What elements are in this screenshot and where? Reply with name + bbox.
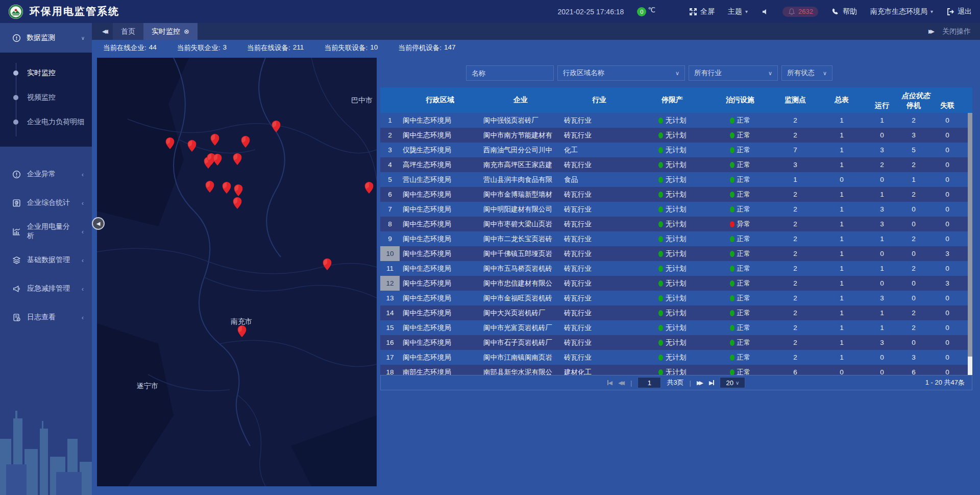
tabs-scroll-left-icon[interactable]: ◀◀ bbox=[92, 23, 113, 40]
stat-label: 当前在线设备: bbox=[247, 43, 290, 53]
limit-status-text: 无计划 bbox=[666, 131, 687, 140]
notification-badge[interactable]: 2632 bbox=[782, 7, 818, 17]
map-pin[interactable] bbox=[365, 182, 374, 194]
table-row[interactable]: 5 营山生态环境局 营山县润丰肉食品有限 食品 无计划 bbox=[380, 172, 972, 187]
table-row[interactable]: 7 阆中生态环境局 阆中明阳建材有限公司 砖瓦行业 无计划 bbox=[380, 202, 972, 217]
page-size-select[interactable]: 20 ∨ bbox=[720, 377, 745, 388]
tabs-scroll-right-icon[interactable]: ▶▶ bbox=[928, 28, 932, 35]
industry-select[interactable]: 所有行业 ∨ bbox=[689, 65, 778, 81]
cell-run: 0 bbox=[866, 176, 898, 183]
page-number-input[interactable] bbox=[638, 377, 661, 388]
logout-button[interactable]: 退出 bbox=[946, 7, 972, 16]
sidebar: 数据监测 ∨ 实时监控 视频监控 企业电力负荷明细 企业异常 ‹ 企业综合统 bbox=[0, 23, 92, 495]
table-row[interactable]: 12 阆中生态环境局 阆中市忠信建材有限公 砖瓦行业 无计划 bbox=[380, 276, 972, 291]
map-pin[interactable] bbox=[213, 154, 222, 166]
cell-run: 3 bbox=[866, 339, 898, 346]
map-pin[interactable] bbox=[211, 134, 219, 146]
temperature: 0 ℃ bbox=[637, 7, 655, 16]
sidebar-item-emergency-reduction[interactable]: 应急减排管理 ‹ bbox=[0, 274, 92, 303]
map-pin[interactable] bbox=[234, 184, 243, 196]
col-group-point-status: 点位状态 bbox=[866, 87, 965, 101]
cell-facility-status: 正常 bbox=[707, 353, 773, 362]
table-row[interactable]: 13 阆中生态环境局 阆中市金福旺页岩机砖 砖瓦行业 无计划 bbox=[380, 291, 972, 305]
tab-realtime-monitor[interactable]: 实时监控 ⊗ bbox=[143, 23, 198, 40]
map-pin[interactable] bbox=[166, 137, 175, 149]
close-operations-button[interactable]: 关闭操作 bbox=[942, 27, 971, 36]
map-pin[interactable] bbox=[188, 140, 197, 152]
map-pin[interactable] bbox=[233, 197, 242, 209]
row-index: 5 bbox=[380, 172, 400, 187]
next-page-button[interactable]: ▶▶ bbox=[697, 380, 703, 386]
table-row[interactable]: 4 高坪生态环境局 南充市高坪区王家店建 砖瓦行业 无计划 bbox=[380, 157, 972, 172]
sidebar-item-power-load-detail[interactable]: 企业电力负荷明细 bbox=[0, 110, 92, 134]
cell-facility-status: 正常 bbox=[707, 323, 773, 333]
table-row[interactable]: 14 阆中生态环境局 阆中大兴页岩机砖厂 砖瓦行业 无计划 bbox=[380, 305, 972, 320]
theme-dropdown[interactable]: 主题 ▾ bbox=[728, 7, 748, 16]
sidebar-group-data-monitor[interactable]: 数据监测 ∨ bbox=[0, 23, 92, 53]
scrollbar-thumb[interactable] bbox=[968, 113, 972, 357]
cell-lost: 0 bbox=[929, 235, 965, 243]
table-row[interactable]: 10 阆中生态环境局 阆中千佛镇五郎垭页岩 砖瓦行业 无计划 bbox=[380, 246, 972, 261]
map-pin[interactable] bbox=[272, 121, 281, 132]
tab-home[interactable]: 首页 bbox=[113, 23, 143, 40]
help-button[interactable]: 帮助 bbox=[831, 7, 857, 16]
row-index: 1 bbox=[380, 113, 400, 128]
stat-value: 147 bbox=[444, 43, 456, 53]
sidebar-item-video-monitor[interactable]: 视频监控 bbox=[0, 85, 92, 110]
cell-meters: 1 bbox=[817, 294, 866, 302]
cell-run: 2 bbox=[866, 161, 898, 169]
cell-limit-status: 无计划 bbox=[638, 205, 707, 214]
cell-region: 阆中生态环境局 bbox=[400, 338, 480, 347]
sidebar-item-power-analysis[interactable]: 企业用电量分析 ‹ bbox=[0, 217, 92, 246]
first-page-button[interactable]: ◀ bbox=[607, 380, 612, 386]
table-row[interactable]: 9 阆中生态环境局 阆中市二龙长宝页岩砖 砖瓦行业 无计划 bbox=[380, 231, 972, 246]
map-panel[interactable]: 巴中市 南充市 遂宁市 bbox=[97, 58, 377, 486]
map-pin[interactable] bbox=[206, 181, 214, 193]
map-pin[interactable] bbox=[223, 182, 231, 194]
status-dot bbox=[658, 221, 663, 227]
table-row[interactable]: 15 阆中生态环境局 阆中市光富页岩机砖厂 砖瓦行业 无计划 bbox=[380, 320, 972, 335]
map-pin[interactable] bbox=[241, 136, 250, 148]
fullscreen-button[interactable]: 全屏 bbox=[689, 7, 715, 16]
table-row[interactable]: 6 阆中生态环境局 阆中市金博瑞新型墙材 砖瓦行业 无计划 bbox=[380, 187, 972, 202]
table-row[interactable]: 18 南部生态环境局 南部县新华水泥有限公 建材化工 无计划 bbox=[380, 365, 972, 375]
tab-close-icon[interactable]: ⊗ bbox=[184, 28, 189, 35]
map-pin[interactable] bbox=[233, 153, 242, 165]
name-search-input[interactable] bbox=[466, 65, 554, 81]
stat-item: 当前失联企业: 3 bbox=[177, 43, 227, 53]
sidebar-item-base-data[interactable]: 基础数据管理 ‹ bbox=[0, 246, 92, 274]
table-row[interactable]: 11 阆中生态环境局 阆中市五马桥页岩机砖 砖瓦行业 无计划 bbox=[380, 261, 972, 276]
company-table: 行政区域 企业 行业 停限产 治污设施 监测点 总表 点位状态 运行 停机 失联 bbox=[380, 87, 972, 390]
status-dot bbox=[730, 117, 734, 124]
map-pin[interactable] bbox=[323, 258, 332, 270]
table-row[interactable]: 1 阆中生态环境局 阆中强锐页岩砖厂 砖瓦行业 无计划 bbox=[380, 113, 972, 128]
region-select[interactable]: 行政区域名称 ∨ bbox=[557, 65, 685, 81]
stat-item: 当前失联设备: 10 bbox=[324, 43, 378, 53]
mute-speaker-icon[interactable] bbox=[761, 8, 769, 16]
sidebar-item-log-view[interactable]: 日志查看 ‹ bbox=[0, 303, 92, 332]
sidebar-collapse-button[interactable]: ◀ bbox=[93, 218, 104, 229]
cell-limit-status: 无计划 bbox=[638, 175, 707, 184]
table-row[interactable]: 2 阆中生态环境局 阆中市南方节能建材有 砖瓦行业 无计划 bbox=[380, 128, 972, 143]
stat-item: 当前在线设备: 211 bbox=[247, 43, 304, 53]
table-scrollbar[interactable] bbox=[968, 113, 972, 375]
prev-page-button[interactable]: ◀◀ bbox=[618, 380, 625, 386]
table-row[interactable]: 3 仪陇生态环境局 西南油气田分公司川中 化工 无计划 bbox=[380, 143, 972, 157]
table-row[interactable]: 17 阆中生态环境局 阆中市江南镇阆南页岩 砖瓦行业 无计划 bbox=[380, 350, 972, 365]
phone-icon bbox=[831, 8, 840, 16]
status-select[interactable]: 所有状态 ∨ bbox=[781, 65, 832, 81]
last-page-button[interactable]: ▶ bbox=[709, 380, 714, 386]
status-dot bbox=[658, 162, 663, 168]
temperature-badge: 0 bbox=[637, 7, 646, 16]
table-row[interactable]: 16 阆中生态环境局 阆中市石子页岩机砖厂 砖瓦行业 无计划 bbox=[380, 335, 972, 350]
table-row[interactable]: 8 阆中生态环境局 阆中市枣碧大梁山页岩 砖瓦行业 无计划 bbox=[380, 217, 972, 231]
limit-status-text: 无计划 bbox=[666, 160, 687, 170]
sidebar-item-company-abnormal[interactable]: 企业异常 ‹ bbox=[0, 160, 92, 188]
org-dropdown[interactable]: 南充市生态环境局 ▾ bbox=[870, 7, 933, 16]
sidebar-item-realtime-monitor[interactable]: 实时监控 bbox=[0, 61, 92, 85]
main-content: ◀◀ 首页 实时监控 ⊗ ▶▶ 关闭操作 当前在线企业: 44 bbox=[92, 23, 980, 495]
map-pin[interactable] bbox=[238, 325, 247, 337]
chevron-down-icon: ∨ bbox=[768, 70, 772, 77]
sidebar-item-company-stats[interactable]: 企业综合统计 ‹ bbox=[0, 188, 92, 217]
facility-status-text: 正常 bbox=[737, 323, 751, 333]
